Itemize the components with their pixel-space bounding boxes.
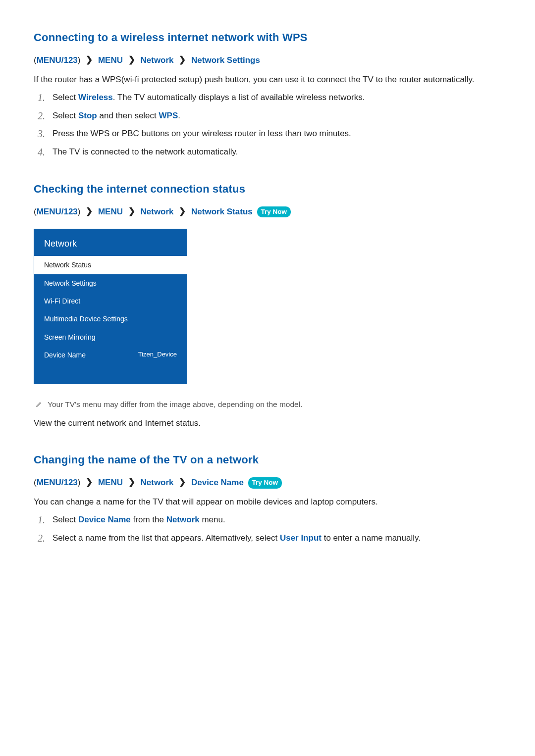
step-item: The TV is connected to the network autom… [38,146,501,158]
chevron-icon: ❯ [128,476,135,489]
section-title-status: Checking the internet connection status [34,181,501,197]
chevron-icon: ❯ [179,476,186,489]
crumb-network: Network [140,478,173,487]
steps-list-1: Select Wireless. The TV automatically di… [38,92,501,158]
try-now-badge[interactable]: Try Now [257,206,291,218]
menu-item-device-name[interactable]: Device Name Tizen_Device [34,346,187,364]
step-item: Select a name from the list that appears… [38,532,501,545]
section-title-wps: Connecting to a wireless internet networ… [34,30,501,46]
chevron-icon: ❯ [179,205,186,218]
hl-wps: WPS [159,111,178,120]
hl-device-name: Device Name [78,515,131,524]
crumb-menu: MENU [98,55,123,65]
try-now-badge[interactable]: Try Now [248,477,282,489]
hl-stop: Stop [78,111,97,120]
breadcrumb-2: (MENU/123) ❯ MENU ❯ Network ❯ Network St… [34,206,501,218]
crumb-leaf: Network Settings [191,55,260,65]
menu-item-wifi-direct[interactable]: Wi-Fi Direct [34,292,187,310]
menu-box: Network Network Status Network Settings … [34,229,187,384]
crumb-menu: MENU [98,207,123,216]
menu-item-network-status[interactable]: Network Status [34,256,187,274]
crumb-leaf: Device Name [191,478,244,487]
intro-text: You can change a name for the TV that wi… [34,496,501,508]
crumb-network: Network [140,207,173,216]
hl-wireless: Wireless [78,93,113,102]
menu-item-label: Device Name [44,351,86,359]
chevron-icon: ❯ [86,476,93,489]
intro-text: If the router has a WPS(wi-fi protected … [34,74,501,86]
chevron-icon: ❯ [179,54,186,66]
step-item: Select Wireless. The TV automatically di… [38,92,501,104]
crumb-leaf: Network Status [191,207,253,216]
breadcrumb-1: (MENU/123) ❯ MENU ❯ Network ❯ Network Se… [34,54,501,67]
steps-list-3: Select Device Name from the Network menu… [38,514,501,544]
step-item: Select Device Name from the Network menu… [38,514,501,526]
note-text: Your TV's menu may differ from the image… [48,400,302,408]
note: Your TV's menu may differ from the image… [34,399,501,410]
hl-network: Network [166,515,200,524]
menu-item-network-settings[interactable]: Network Settings [34,274,187,292]
crumb-menu123: MENU/123 [37,55,78,65]
section-title-rename: Changing the name of the TV on a network [34,452,501,468]
body-text: View the current network and Internet st… [34,417,501,430]
menu-item-multimedia[interactable]: Multimedia Device Settings [34,310,187,328]
pencil-icon [36,400,43,406]
chevron-icon: ❯ [86,54,93,66]
crumb-menu123: MENU/123 [37,478,78,487]
hl-user-input: User Input [280,533,321,543]
chevron-icon: ❯ [128,205,135,218]
step-item: Press the WPS or PBC buttons on your wir… [38,128,501,140]
menu-box-title: Network [34,229,187,256]
breadcrumb-3: (MENU/123) ❯ MENU ❯ Network ❯ Device Nam… [34,477,501,489]
menu-item-value: Tizen_Device [138,350,177,359]
chevron-icon: ❯ [128,54,135,66]
crumb-network: Network [140,55,173,65]
menu-item-screen-mirroring[interactable]: Screen Mirroring [34,328,187,346]
crumb-menu: MENU [98,478,123,487]
crumb-menu123: MENU/123 [37,207,78,216]
step-item: Select Stop and then select WPS. [38,110,501,122]
chevron-icon: ❯ [86,205,93,218]
